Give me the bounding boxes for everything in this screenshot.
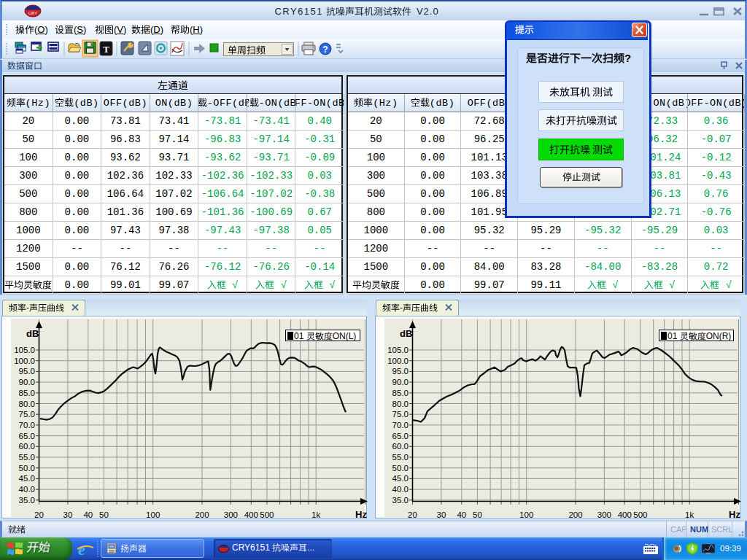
svg-text:90.0: 90.0	[392, 378, 409, 386]
svg-text:500: 500	[633, 510, 647, 519]
svg-text:40: 40	[457, 510, 466, 519]
svg-text:85.0: 85.0	[19, 389, 35, 397]
svg-text:20: 20	[34, 510, 44, 519]
svg-text:80.0: 80.0	[392, 400, 409, 408]
svg-text:100.0: 100.0	[14, 357, 35, 365]
svg-text:50.0: 50.0	[392, 464, 409, 472]
svg-text:100: 100	[146, 510, 160, 519]
svg-text:45.0: 45.0	[19, 474, 35, 483]
svg-text:100.0: 100.0	[387, 357, 409, 365]
svg-text:300: 300	[597, 510, 611, 519]
svg-text:35.0: 35.0	[392, 496, 409, 505]
svg-text:40.0: 40.0	[19, 485, 35, 494]
svg-text:95.0: 95.0	[19, 367, 35, 376]
svg-text:500: 500	[260, 510, 274, 519]
svg-text:50.0: 50.0	[19, 464, 35, 472]
svg-text:200: 200	[195, 510, 209, 519]
svg-text:40: 40	[83, 510, 93, 519]
svg-text:1k: 1k	[685, 510, 694, 519]
svg-text:50: 50	[99, 510, 109, 519]
svg-text:300: 300	[224, 510, 238, 519]
svg-text:dB: dB	[400, 328, 412, 339]
svg-text:40.0: 40.0	[392, 485, 409, 494]
svg-text:70.0: 70.0	[19, 421, 35, 429]
svg-text:35.0: 35.0	[19, 496, 35, 505]
svg-text:dB: dB	[26, 328, 39, 339]
svg-text:85.0: 85.0	[392, 389, 409, 397]
svg-text:?: ?	[322, 44, 328, 55]
svg-text:105.0: 105.0	[14, 346, 35, 354]
svg-text:95.0: 95.0	[392, 367, 409, 376]
svg-text:1k: 1k	[311, 510, 320, 519]
svg-text:400: 400	[244, 510, 258, 519]
svg-text:30: 30	[437, 510, 446, 519]
svg-text:75.0: 75.0	[392, 410, 409, 419]
svg-text:100: 100	[519, 510, 533, 519]
svg-text:50: 50	[473, 510, 482, 519]
svg-text:60.0: 60.0	[19, 442, 35, 451]
svg-text:90.0: 90.0	[19, 378, 35, 386]
svg-text:80.0: 80.0	[19, 400, 35, 408]
svg-text:400: 400	[618, 510, 632, 519]
svg-text:55.0: 55.0	[392, 453, 409, 462]
svg-text:Hz: Hz	[729, 509, 740, 520]
svg-text:20: 20	[408, 510, 417, 519]
svg-text:70.0: 70.0	[392, 421, 409, 429]
svg-text:105.0: 105.0	[387, 346, 409, 354]
svg-text:60.0: 60.0	[392, 442, 409, 451]
svg-text:75.0: 75.0	[19, 410, 35, 419]
svg-text:55.0: 55.0	[19, 453, 35, 462]
svg-text:45.0: 45.0	[392, 474, 409, 483]
svg-text:65.0: 65.0	[392, 432, 409, 440]
svg-text:65.0: 65.0	[19, 432, 35, 440]
svg-text:Hz: Hz	[355, 509, 367, 520]
svg-text:30: 30	[63, 510, 73, 519]
svg-text:200: 200	[568, 510, 582, 519]
